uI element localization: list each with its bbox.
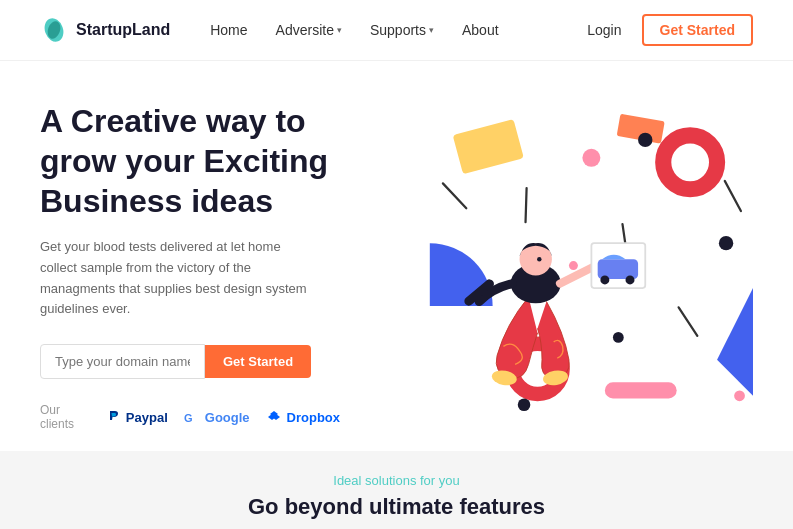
hero-section: A Creative way to grow your Exciting Bus… bbox=[0, 61, 793, 451]
svg-point-9 bbox=[638, 133, 652, 147]
svg-line-19 bbox=[443, 179, 466, 213]
svg-text:G: G bbox=[184, 412, 193, 424]
logo[interactable]: StartupLand bbox=[40, 16, 170, 44]
svg-point-33 bbox=[537, 257, 541, 261]
hero-input-row: Get Started bbox=[40, 344, 340, 379]
hero-title: A Creative way to grow your Exciting Bus… bbox=[40, 101, 340, 221]
login-button[interactable]: Login bbox=[587, 22, 621, 38]
nav-get-started-button[interactable]: Get Started bbox=[642, 14, 753, 46]
google-logo: G Google bbox=[184, 409, 250, 425]
paypal-icon bbox=[105, 409, 121, 425]
dropbox-logo: Dropbox bbox=[266, 409, 340, 425]
clients-row: Our clients Paypal G Google bbox=[40, 403, 340, 431]
adversite-dropdown-icon: ▾ bbox=[337, 25, 342, 35]
svg-line-22 bbox=[513, 188, 538, 222]
google-icon: G bbox=[184, 409, 200, 425]
illustration-svg bbox=[340, 91, 753, 431]
svg-line-23 bbox=[725, 180, 741, 212]
svg-point-18 bbox=[569, 261, 578, 270]
supports-dropdown-icon: ▾ bbox=[429, 25, 434, 35]
ideal-label: Ideal solutions for you bbox=[40, 473, 753, 488]
domain-input[interactable] bbox=[40, 344, 205, 379]
nav-home[interactable]: Home bbox=[210, 22, 247, 38]
logo-text: StartupLand bbox=[76, 21, 170, 39]
bottom-section: Ideal solutions for you Go beyond ultima… bbox=[0, 451, 793, 529]
svg-point-30 bbox=[600, 275, 609, 284]
hero-subtitle: Get your blood tests delivered at let ho… bbox=[40, 237, 310, 320]
svg-point-14 bbox=[518, 398, 531, 411]
svg-marker-12 bbox=[717, 288, 753, 396]
hero-content: A Creative way to grow your Exciting Bus… bbox=[40, 91, 340, 431]
hero-illustration bbox=[340, 91, 753, 431]
svg-rect-6 bbox=[453, 119, 524, 174]
svg-point-31 bbox=[626, 275, 635, 284]
svg-point-17 bbox=[734, 390, 745, 401]
clients-label: Our clients bbox=[40, 403, 89, 431]
svg-point-15 bbox=[613, 332, 624, 343]
hero-get-started-button[interactable]: Get Started bbox=[205, 345, 311, 378]
svg-line-21 bbox=[679, 305, 698, 338]
dropbox-icon bbox=[266, 409, 282, 425]
nav-links: Home Adversite ▾ Supports ▾ About bbox=[210, 22, 587, 38]
bottom-title: Go beyond ultimate features bbox=[40, 494, 753, 520]
nav-adversite[interactable]: Adversite ▾ bbox=[276, 22, 342, 38]
svg-point-10 bbox=[582, 149, 600, 167]
svg-point-7 bbox=[663, 135, 717, 189]
nav-supports[interactable]: Supports ▾ bbox=[370, 22, 434, 38]
logo-icon bbox=[40, 16, 68, 44]
svg-point-16 bbox=[719, 236, 733, 250]
nav-about[interactable]: About bbox=[462, 22, 499, 38]
navbar: StartupLand Home Adversite ▾ Supports ▾ … bbox=[0, 0, 793, 61]
paypal-logo: Paypal bbox=[105, 409, 168, 425]
nav-actions: Login Get Started bbox=[587, 14, 753, 46]
svg-rect-13 bbox=[605, 382, 677, 398]
